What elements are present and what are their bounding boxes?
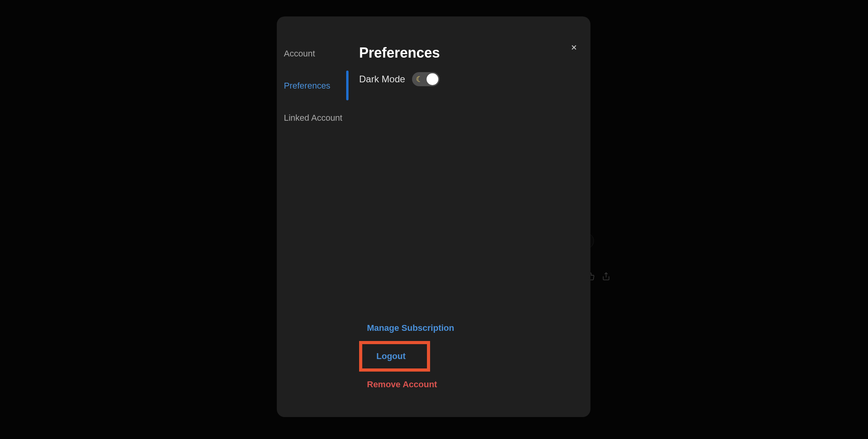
sidebar-item-linked-account[interactable]: Linked Account <box>284 113 347 123</box>
sidebar-item-preferences[interactable]: Preferences <box>284 81 347 91</box>
modal-overlay: Account Preferences Linked Account Prefe… <box>0 0 868 439</box>
dark-mode-row: Dark Mode ☾ <box>359 72 575 86</box>
toggle-knob <box>427 73 438 85</box>
manage-subscription-button[interactable]: Manage Subscription <box>359 315 462 341</box>
sidebar-item-label: Preferences <box>284 81 330 91</box>
page-title: Preferences <box>359 45 575 61</box>
moon-icon: ☾ <box>416 74 423 84</box>
bottom-actions: Manage Subscription Logout Remove Accoun… <box>359 315 462 397</box>
sidebar-item-label: Account <box>284 49 315 58</box>
remove-account-button[interactable]: Remove Account <box>359 372 462 397</box>
content-panel: Preferences Dark Mode ☾ Manage Subscript… <box>347 24 590 409</box>
sidebar-item-label: Linked Account <box>284 113 342 123</box>
dark-mode-toggle[interactable]: ☾ <box>412 72 439 86</box>
logout-button[interactable]: Logout <box>362 344 427 368</box>
sidebar-item-account[interactable]: Account <box>284 49 347 59</box>
preferences-modal: Account Preferences Linked Account Prefe… <box>277 16 590 417</box>
dark-mode-label: Dark Mode <box>359 74 405 85</box>
settings-sidebar: Account Preferences Linked Account <box>277 24 347 409</box>
logout-highlight-box: Logout <box>359 341 430 372</box>
